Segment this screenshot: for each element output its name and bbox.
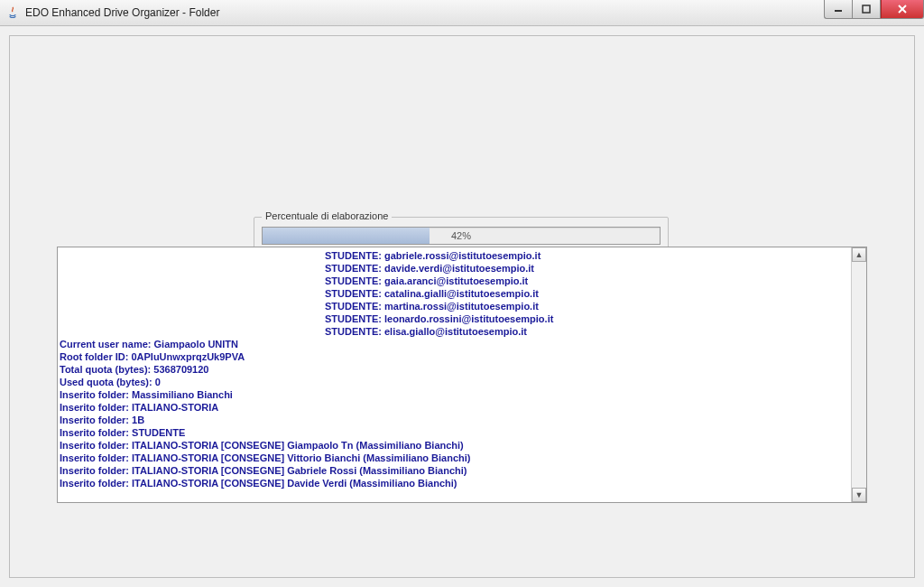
progress-text: 42% — [263, 228, 660, 244]
log-line: Inserito folder: ITALIANO-STORIA [CONSEG… — [58, 477, 851, 489]
progress-label: Percentuale di elaborazione — [262, 210, 392, 221]
log-line: Inserito folder: ITALIANO-STORIA — [58, 401, 851, 414]
scrollbar[interactable]: ▲ ▼ — [851, 247, 866, 502]
log-content[interactable]: STUDENTE: gabriele.rossi@istitutoesempio… — [58, 247, 851, 502]
window: EDO Enhanced Drive Organizer - Folder Pe… — [0, 0, 924, 587]
minimize-button[interactable] — [824, 0, 852, 19]
log-line: STUDENTE: catalina.gialli@istitutoesempi… — [58, 287, 851, 300]
log-line: STUDENTE: davide.verdi@istitutoesempio.i… — [58, 262, 851, 275]
log-line: Inserito folder: ITALIANO-STORIA [CONSEG… — [58, 439, 851, 452]
log-line: Used quota (bytes): 0 — [58, 376, 851, 388]
log-line: STUDENTE: gabriele.rossi@istitutoesempio… — [58, 249, 851, 262]
scroll-down-button[interactable]: ▼ — [852, 488, 866, 502]
log-line: Inserito folder: ITALIANO-STORIA [CONSEG… — [58, 452, 851, 464]
window-title: EDO Enhanced Drive Organizer - Folder — [25, 6, 219, 19]
close-button[interactable] — [881, 0, 924, 19]
log-line: Total quota (bytes): 5368709120 — [58, 363, 851, 376]
log-line: STUDENTE: martina.rossi@istitutoesempio.… — [58, 300, 851, 312]
log-line: Inserito folder: Massimiliano Bianchi — [58, 388, 851, 401]
svg-rect-1 — [863, 5, 870, 13]
log-line: STUDENTE: gaia.aranci@istitutoesempio.it — [58, 275, 851, 287]
titlebar[interactable]: EDO Enhanced Drive Organizer - Folder — [0, 0, 924, 26]
log-line: Inserito folder: STUDENTE — [58, 426, 851, 439]
scroll-up-button[interactable]: ▲ — [852, 247, 866, 262]
log-line: STUDENTE: elisa.giallo@istitutoesempio.i… — [58, 325, 851, 338]
client-area: Percentuale di elaborazione 42% STUDENTE… — [9, 35, 915, 578]
log-line: Inserito folder: 1B — [58, 414, 851, 426]
log-panel: STUDENTE: gabriele.rossi@istitutoesempio… — [57, 247, 867, 503]
log-line: Inserito folder: ITALIANO-STORIA [CONSEG… — [58, 464, 851, 477]
progress-bar: 42% — [262, 227, 661, 245]
log-line: Root folder ID: 0APIuUnwxprqzUk9PVA — [58, 350, 851, 363]
log-line: STUDENTE: leonardo.rossini@istitutoesemp… — [58, 312, 851, 325]
maximize-button[interactable] — [852, 0, 881, 19]
window-controls — [824, 0, 924, 18]
log-line: Current user name: Giampaolo UNITN — [58, 338, 851, 350]
java-icon — [5, 5, 20, 20]
